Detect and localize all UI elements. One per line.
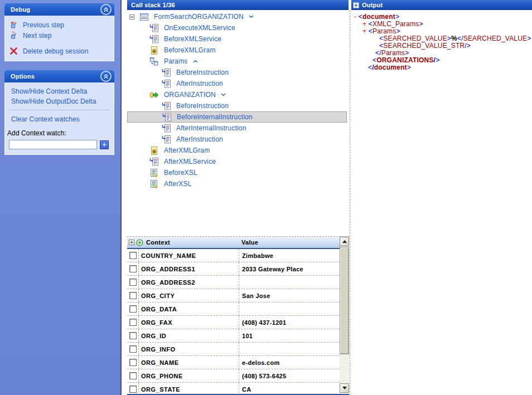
- callstack-node[interactable]: AfterInstruction: [127, 78, 347, 89]
- gram-icon: [149, 46, 159, 55]
- callstack-node[interactable]: AfterInstruction: [127, 134, 347, 145]
- scroll-up-button[interactable]: [340, 237, 349, 246]
- checkbox-cell: [127, 279, 138, 286]
- debug-panel-body: Previous step Next step Delete debug ses…: [4, 16, 114, 61]
- callstack-node-label: FormSearchORGANIZATION: [154, 13, 244, 21]
- xml-token: <: [369, 27, 373, 35]
- context-rows: COUNTRY_NAMEZimbabweORG_ADDRESS12033 Gat…: [127, 249, 340, 393]
- row-checkbox[interactable]: [129, 305, 137, 313]
- row-checkbox[interactable]: [129, 386, 137, 393]
- callstack-node[interactable]: BeforeXSL: [127, 167, 347, 178]
- collapse-debug-panel-button[interactable]: [100, 4, 112, 15]
- expand-all-icon[interactable]: [129, 240, 134, 245]
- chevron-down-icon[interactable]: [221, 93, 226, 96]
- output-expand-icon[interactable]: [353, 2, 359, 8]
- show-hide-outputdoc-delta-link[interactable]: Show/Hide OutputDoc Delta: [5, 96, 114, 106]
- checkbox-cell: [127, 305, 138, 313]
- xml-token: >: [527, 35, 531, 42]
- callstack-node[interactable]: BeforeInternalInstruction: [127, 111, 347, 123]
- checkbox-cell: [127, 252, 138, 259]
- scrollbar-thumb[interactable]: [340, 247, 349, 354]
- callstack-node[interactable]: FormSearchORGANIZATION: [127, 11, 347, 22]
- doc-arrow-icon: [149, 23, 159, 33]
- context-value: 2033 Gateway Place: [239, 262, 340, 275]
- previous-step-label: Previous step: [23, 21, 64, 29]
- row-checkbox[interactable]: [129, 345, 137, 353]
- context-value: [239, 343, 340, 355]
- xml-token: %: [451, 35, 457, 42]
- context-value: 101: [239, 329, 340, 342]
- context-name: ORG_STATE: [138, 383, 239, 393]
- row-checkbox[interactable]: [129, 332, 137, 339]
- next-step-button[interactable]: Next step: [5, 30, 114, 41]
- gram-icon: [149, 146, 159, 155]
- context-column-header: Context: [146, 239, 170, 246]
- callstack-node[interactable]: AfterXMLService: [127, 156, 347, 167]
- debug-panel-header: Debug: [4, 3, 114, 16]
- callstack-node[interactable]: AfterXSL: [127, 178, 347, 189]
- row-checkbox[interactable]: [129, 252, 137, 259]
- context-row: ORG_NAMEe-delos.com: [127, 356, 340, 369]
- callstack-node[interactable]: BeforeXMLService: [127, 33, 347, 45]
- tree-collapse-box[interactable]: [129, 14, 134, 19]
- show-hide-context-delta-link[interactable]: Show/Hide Context Delta: [5, 86, 114, 96]
- callstack-node[interactable]: BeforeInstruction: [127, 67, 347, 78]
- previous-step-button[interactable]: Previous step: [5, 19, 114, 30]
- xml-expand-marker[interactable]: -: [354, 13, 359, 21]
- row-checkbox[interactable]: [129, 292, 137, 299]
- clear-context-watches-link[interactable]: Clear Context watches: [5, 114, 114, 124]
- row-checkbox[interactable]: [129, 359, 137, 366]
- callstack-node[interactable]: Params: [127, 56, 347, 67]
- context-value: [239, 303, 340, 315]
- xml-token: SEARCHED_VALUE: [383, 35, 447, 42]
- context-name: ORG_PHONE: [138, 369, 239, 382]
- xml-token: <: [369, 20, 373, 28]
- xml-token: </: [457, 35, 463, 42]
- callstack-node-label: BeforeXSL: [164, 169, 197, 177]
- xml-expand-marker[interactable]: +: [362, 20, 369, 28]
- callstack-node[interactable]: BeforeXMLGram: [127, 45, 347, 56]
- context-name: ORG_ADDRESS1: [138, 262, 239, 275]
- add-watch-button[interactable]: +: [100, 140, 109, 149]
- delete-debug-session-button[interactable]: Delete debug session: [5, 46, 114, 56]
- row-checkbox[interactable]: [129, 265, 137, 272]
- xml-expand-marker[interactable]: +: [362, 27, 369, 35]
- row-checkbox[interactable]: [129, 372, 137, 379]
- chevron-down-icon[interactable]: [249, 15, 254, 18]
- output-title: Output: [362, 2, 383, 8]
- checkbox-cell: [127, 386, 138, 393]
- row-checkbox[interactable]: [129, 319, 137, 326]
- table-scrollbar[interactable]: [340, 237, 349, 393]
- triangle-up-icon: [342, 240, 347, 243]
- callstack-node-label: ORGANIZATION: [164, 91, 216, 99]
- delete-icon: [9, 47, 18, 55]
- context-row: ORG_DATA: [127, 303, 340, 316]
- scroll-down-button[interactable]: [340, 383, 349, 393]
- doc-arrow-icon: [162, 79, 171, 89]
- callstack-title: Call stack 1/36: [131, 2, 175, 8]
- context-row: ORG_ADDRESS12033 Gateway Place: [127, 262, 340, 276]
- row-checkbox[interactable]: [129, 279, 137, 286]
- callstack-node-label: AfterInternalInstruction: [176, 124, 246, 132]
- context-name: ORG_DATA: [138, 303, 239, 315]
- context-watch-input[interactable]: [9, 140, 97, 149]
- debug-panel: Debug Previous step Next step Delete deb…: [4, 3, 114, 61]
- collapse-options-panel-button[interactable]: [100, 71, 112, 82]
- options-panel-title: Options: [11, 73, 35, 80]
- callstack-node[interactable]: AfterXMLGram: [127, 145, 347, 156]
- context-value: (408) 573-6425: [239, 369, 340, 382]
- add-watch-plus-icon[interactable]: [136, 239, 143, 246]
- xml-token: />: [465, 42, 471, 50]
- chevron-up-icon[interactable]: [193, 60, 198, 63]
- double-chevron-up-icon: [103, 7, 109, 12]
- context-name: ORG_NAME: [138, 356, 239, 369]
- callstack-node[interactable]: BeforeInstruction: [127, 100, 347, 111]
- xml-token: >: [419, 20, 423, 28]
- callstack-node[interactable]: AfterInternalInstruction: [127, 123, 347, 134]
- add-context-watch-label: Add Context watch:: [5, 124, 114, 140]
- callstack-node[interactable]: ORGANIZATION: [127, 89, 347, 100]
- checkbox-cell: [127, 345, 138, 353]
- context-name: COUNTRY_NAME: [138, 249, 239, 262]
- callstack-node[interactable]: OnExecuteXMLService: [127, 22, 347, 33]
- context-table-header: Context Value: [127, 237, 340, 249]
